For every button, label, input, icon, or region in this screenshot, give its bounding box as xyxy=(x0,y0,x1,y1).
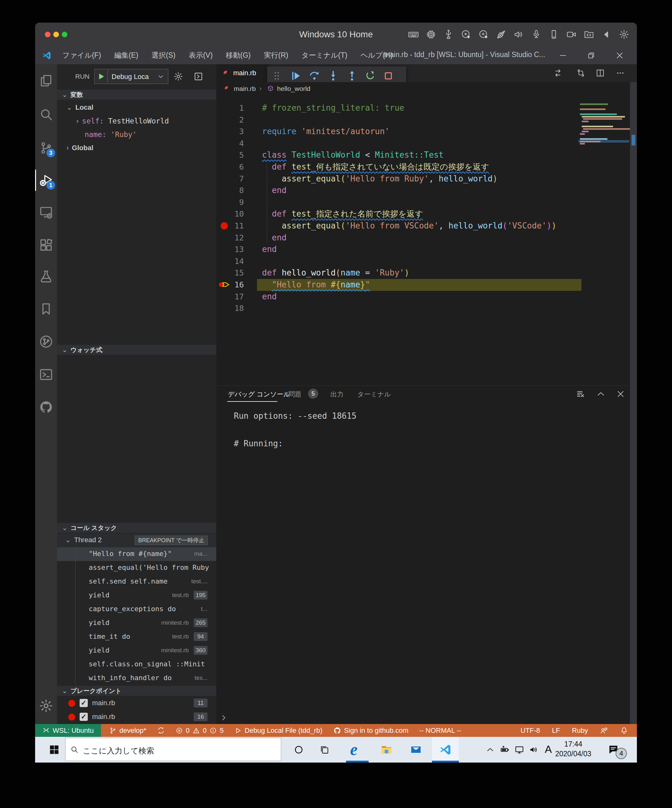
step-out-icon[interactable] xyxy=(346,70,358,82)
start-debugging-button[interactable] xyxy=(97,72,105,80)
vscode-taskbar-icon[interactable] xyxy=(439,743,452,756)
github-activity-icon[interactable] xyxy=(38,400,53,415)
maximize-panel-icon[interactable] xyxy=(596,389,605,399)
camera-icon[interactable] xyxy=(566,29,577,40)
git-compare-icon[interactable] xyxy=(576,68,585,78)
file-explorer-icon[interactable] xyxy=(380,743,393,756)
stack-frame[interactable]: self.send self.nametest.... xyxy=(57,575,216,589)
minimize-button[interactable] xyxy=(558,51,568,60)
step-over-icon[interactable] xyxy=(309,70,320,82)
start-button-icon[interactable] xyxy=(48,744,60,755)
sync-button[interactable] xyxy=(157,726,165,735)
manage-gear-icon[interactable] xyxy=(38,698,53,713)
keyboard-icon[interactable] xyxy=(408,29,419,40)
debug-target-button[interactable]: Debug Local File (tdd_rb) xyxy=(234,726,322,735)
menu-item[interactable]: 編集(E) xyxy=(108,50,145,60)
variable-row[interactable]: ›self: TestHelloWorld xyxy=(75,117,169,125)
code-area[interactable]: 1# frozen_string_literal: true23require … xyxy=(216,95,630,386)
more-actions-icon[interactable] xyxy=(615,68,625,78)
breakpoints-section-header[interactable]: ⌄ブレークポイント xyxy=(57,686,216,696)
breadcrumb-file[interactable]: main.rb xyxy=(234,85,256,92)
extensions-activity-icon[interactable] xyxy=(38,238,53,253)
sharedfolder-icon[interactable] xyxy=(583,29,594,40)
problems-button[interactable]: 005 xyxy=(176,726,224,735)
language-indicator[interactable]: Ruby xyxy=(572,726,588,735)
github-signin-button[interactable]: Sign in to github.com xyxy=(333,726,408,735)
remote-indicator[interactable]: WSL: Ubuntu xyxy=(35,724,101,737)
stack-frame[interactable]: with_info_handler dotes... xyxy=(57,671,216,685)
panel-tab-2[interactable]: 出力 xyxy=(330,390,344,399)
panel-tab-0[interactable]: デバッグ コンソール xyxy=(228,390,290,399)
panel-tab-1[interactable]: 問題 xyxy=(288,390,301,399)
clear-console-icon[interactable] xyxy=(576,389,585,399)
close-panel-icon[interactable] xyxy=(616,389,625,399)
sound-icon[interactable] xyxy=(513,29,524,40)
zoom-light[interactable] xyxy=(62,32,67,37)
breakpoint-checkbox[interactable]: ✓ xyxy=(80,713,88,721)
gear-icon[interactable] xyxy=(619,29,629,40)
menu-item[interactable]: 移動(G) xyxy=(219,50,257,60)
continue-icon[interactable] xyxy=(290,70,301,82)
console-input-chevron-icon[interactable] xyxy=(219,713,228,722)
stack-frame[interactable]: yield195test.rb xyxy=(57,589,216,603)
back-icon[interactable] xyxy=(601,29,612,40)
bookmarks-activity-icon[interactable] xyxy=(38,302,53,317)
editor-scrollbar-thumb[interactable] xyxy=(632,135,635,145)
split-editor-icon[interactable] xyxy=(595,68,605,78)
vim-mode-indicator[interactable]: -- NORMAL -- xyxy=(419,726,461,735)
notifications-bell-button[interactable] xyxy=(620,726,628,735)
tests-activity-icon[interactable] xyxy=(38,269,53,284)
menu-item[interactable]: 実行(R) xyxy=(257,50,295,60)
menu-item[interactable]: ターミナル(T) xyxy=(295,50,354,60)
locals-group[interactable]: ⌄Local xyxy=(67,104,94,112)
network-icon[interactable] xyxy=(496,29,507,40)
panel-tab-3[interactable]: ターミナル xyxy=(357,390,391,399)
microphone-icon[interactable] xyxy=(531,29,542,40)
encoding-indicator[interactable]: UTF-8 xyxy=(521,726,540,735)
cortana-icon[interactable] xyxy=(294,745,303,755)
debug-settings-gear-icon[interactable] xyxy=(173,72,183,82)
feedback-button[interactable] xyxy=(600,726,608,735)
stack-frame[interactable]: time_it do94test.rb xyxy=(57,630,216,644)
usb-icon[interactable] xyxy=(443,29,454,40)
stack-frame[interactable]: yield265minitest.rb xyxy=(57,616,216,630)
breakpoint-row[interactable]: ✓main.rb11 xyxy=(57,696,216,710)
menu-item[interactable]: 選択(S) xyxy=(145,50,182,60)
cd-icon[interactable] xyxy=(461,29,471,40)
open-debug-console-icon[interactable] xyxy=(193,72,204,82)
globals-group[interactable]: ›Global xyxy=(67,144,94,152)
runner-activity-icon[interactable] xyxy=(38,334,53,349)
menu-item[interactable]: 表示(V) xyxy=(182,50,219,60)
editor-scrollbar-track[interactable] xyxy=(630,82,637,724)
variable-row[interactable]: name: 'Ruby' xyxy=(85,130,137,139)
close-light[interactable] xyxy=(45,32,50,37)
step-into-icon[interactable] xyxy=(328,70,339,82)
remote-activity-icon[interactable] xyxy=(38,205,53,220)
mail-icon[interactable] xyxy=(410,743,422,756)
restart-icon[interactable] xyxy=(364,70,376,82)
battery-icon[interactable] xyxy=(500,745,510,755)
close-button[interactable] xyxy=(615,51,624,60)
watch-section-header[interactable]: ⌄ウォッチ式 xyxy=(57,345,216,355)
search-activity-icon[interactable] xyxy=(38,107,53,122)
stack-frame[interactable]: assert_equal('Hello from Ruby xyxy=(57,561,216,575)
git-branch-button[interactable]: develop* xyxy=(109,726,146,735)
minimize-light[interactable] xyxy=(53,32,59,37)
terminal-activity-icon[interactable] xyxy=(38,367,53,382)
restore-button[interactable] xyxy=(587,51,596,60)
processor-icon[interactable] xyxy=(426,29,436,40)
task-view-icon[interactable] xyxy=(320,745,329,755)
stack-frame[interactable]: capture_exceptions dot... xyxy=(57,603,216,616)
tray-chevron-icon[interactable] xyxy=(486,745,495,754)
stack-frame[interactable]: "Hello from #{name}"ma... xyxy=(57,547,216,561)
edge-icon[interactable]: e xyxy=(350,740,358,759)
open-changes-icon[interactable] xyxy=(553,68,563,78)
device-icon[interactable] xyxy=(548,29,559,40)
variables-section-header[interactable]: ⌄変数 xyxy=(57,90,216,100)
menu-item[interactable]: ファイル(F) xyxy=(56,50,108,60)
explorer-activity-icon[interactable] xyxy=(38,73,53,88)
network-display-icon[interactable] xyxy=(514,745,524,755)
breakpoint-row[interactable]: ✓main.rb16 xyxy=(57,710,216,724)
breadcrumb-symbol[interactable]: hello_world xyxy=(277,85,310,92)
volume-icon[interactable] xyxy=(529,745,539,755)
